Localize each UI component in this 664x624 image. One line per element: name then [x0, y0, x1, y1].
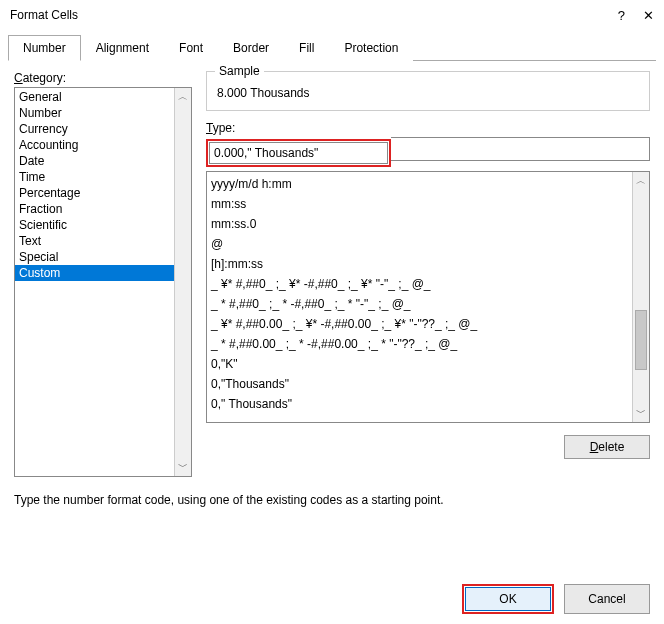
- sample-value: 8.000 Thousands: [217, 86, 639, 100]
- category-item-percentage[interactable]: Percentage: [15, 185, 191, 201]
- category-scrollbar[interactable]: ︿ ﹀: [174, 88, 191, 476]
- category-item-general[interactable]: General: [15, 89, 191, 105]
- category-item-date[interactable]: Date: [15, 153, 191, 169]
- format-item[interactable]: _ * #,##0.00_ ;_ * -#,##0.00_ ;_ * "-"??…: [211, 334, 645, 354]
- category-item-fraction[interactable]: Fraction: [15, 201, 191, 217]
- category-listbox[interactable]: General Number Currency Accounting Date …: [14, 87, 192, 477]
- category-item-number[interactable]: Number: [15, 105, 191, 121]
- category-item-currency[interactable]: Currency: [15, 121, 191, 137]
- tab-fill[interactable]: Fill: [284, 35, 329, 61]
- category-column: Category: General Number Currency Accoun…: [14, 71, 192, 477]
- type-input[interactable]: [209, 142, 388, 164]
- format-item[interactable]: _ * #,##0_ ;_ * -#,##0_ ;_ * "-"_ ;_ @_: [211, 294, 645, 314]
- tab-border[interactable]: Border: [218, 35, 284, 61]
- sample-label: Sample: [215, 64, 264, 78]
- titlebar: Format Cells ? ✕: [0, 0, 664, 30]
- type-input-highlight: [206, 139, 391, 167]
- chevron-down-icon[interactable]: ﹀: [633, 404, 649, 422]
- dialog-footer: OK Cancel: [462, 584, 650, 614]
- format-code-listbox[interactable]: yyyy/m/d h:mm mm:ss mm:ss.0 @ [h]:mm:ss …: [206, 171, 650, 423]
- ok-button[interactable]: OK: [465, 587, 551, 611]
- format-item[interactable]: _ ¥* #,##0.00_ ;_ ¥* -#,##0.00_ ;_ ¥* "-…: [211, 314, 645, 334]
- format-item[interactable]: [h]:mm:ss: [211, 254, 645, 274]
- sample-group: Sample 8.000 Thousands: [206, 71, 650, 111]
- help-icon[interactable]: ?: [618, 9, 625, 22]
- scrollbar-thumb[interactable]: [635, 310, 647, 370]
- tab-font[interactable]: Font: [164, 35, 218, 61]
- cancel-button[interactable]: Cancel: [564, 584, 650, 614]
- category-label: Category:: [14, 71, 192, 85]
- format-item[interactable]: _ ¥* #,##0_ ;_ ¥* -#,##0_ ;_ ¥* "-"_ ;_ …: [211, 274, 645, 294]
- tab-alignment[interactable]: Alignment: [81, 35, 164, 61]
- type-input-extension[interactable]: [391, 137, 650, 161]
- format-scrollbar[interactable]: ︿ ﹀: [632, 172, 649, 422]
- category-item-time[interactable]: Time: [15, 169, 191, 185]
- hint-text: Type the number format code, using one o…: [0, 477, 664, 507]
- category-item-text[interactable]: Text: [15, 233, 191, 249]
- tab-protection[interactable]: Protection: [329, 35, 413, 61]
- ok-highlight: OK: [462, 584, 554, 614]
- category-item-special[interactable]: Special: [15, 249, 191, 265]
- type-label: Type:: [206, 121, 650, 135]
- tab-number[interactable]: Number: [8, 35, 81, 61]
- delete-row: Delete: [206, 423, 650, 459]
- delete-button[interactable]: Delete: [564, 435, 650, 459]
- format-item[interactable]: @: [211, 234, 645, 254]
- format-item[interactable]: 0,"Thousands": [211, 374, 645, 394]
- format-item[interactable]: 0,"K": [211, 354, 645, 374]
- format-details: Sample 8.000 Thousands Type: yyyy/m/d h:…: [206, 71, 650, 477]
- tab-content: Category: General Number Currency Accoun…: [0, 61, 664, 477]
- chevron-up-icon[interactable]: ︿: [633, 172, 649, 190]
- scrollbar-track[interactable]: [633, 190, 649, 404]
- tab-strip: Number Alignment Font Border Fill Protec…: [8, 34, 656, 61]
- type-input-row: [206, 137, 650, 171]
- window-controls: ? ✕: [618, 9, 654, 22]
- category-item-accounting[interactable]: Accounting: [15, 137, 191, 153]
- format-item[interactable]: yyyy/m/d h:mm: [211, 174, 645, 194]
- format-item[interactable]: 0," Thousands": [211, 394, 645, 414]
- chevron-down-icon[interactable]: ﹀: [175, 458, 191, 476]
- format-item[interactable]: mm:ss: [211, 194, 645, 214]
- category-item-custom[interactable]: Custom: [15, 265, 191, 281]
- chevron-up-icon[interactable]: ︿: [175, 88, 191, 106]
- dialog-title: Format Cells: [10, 8, 78, 22]
- close-icon[interactable]: ✕: [643, 9, 654, 22]
- category-item-scientific[interactable]: Scientific: [15, 217, 191, 233]
- format-item[interactable]: mm:ss.0: [211, 214, 645, 234]
